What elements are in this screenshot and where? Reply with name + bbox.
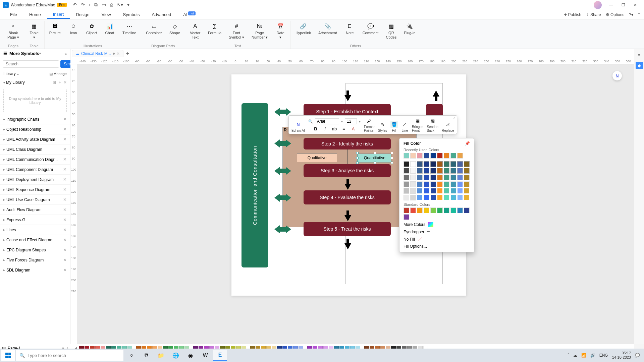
redo-icon[interactable]: ↷ [81,2,85,8]
publish-button[interactable]: ✈ Publish [564,12,581,17]
menu-insert[interactable]: Insert [47,10,70,19]
library-item-close-icon[interactable]: ✕ [63,127,67,132]
tray-volume-icon[interactable]: 🔊 [590,353,595,358]
library-item-close-icon[interactable]: ✕ [63,247,67,252]
edge-icon[interactable]: 🌐 [169,350,182,361]
color-swatch[interactable] [424,161,429,167]
canvas[interactable]: N Communication and Consultation R Step … [77,64,634,344]
library-item[interactable]: ▸UML Deployment Diagram✕ [0,175,70,185]
replace-button[interactable]: ⇄ [444,121,451,128]
color-swatch[interactable] [430,181,436,187]
color-swatch[interactable] [450,181,456,187]
right-format-icon[interactable]: ◆ [636,62,643,69]
color-swatch[interactable] [404,181,409,187]
color-swatch[interactable] [464,195,470,200]
color-swatch[interactable] [417,188,423,194]
library-item-close-icon[interactable]: ✕ [63,177,67,182]
color-swatch[interactable] [404,161,409,167]
undo-icon[interactable]: ↶ [73,2,77,8]
library-item-close-icon[interactable]: ✕ [63,167,67,172]
font-family-select[interactable] [315,118,339,124]
mylib-close-icon[interactable]: ✕ [63,80,67,85]
restore-button[interactable]: ❐ [617,1,629,9]
color-swatch[interactable] [417,161,423,167]
color-swatch[interactable] [457,153,463,159]
ribbon-plugin[interactable]: 🔌Plug-in [401,21,418,43]
color-swatch[interactable] [444,181,449,187]
ribbon-container[interactable]: ▭Container [143,21,165,43]
library-manage[interactable]: ▤ Manage [49,72,67,76]
color-swatch[interactable] [410,181,416,187]
step-3[interactable]: Step 3 - Analyse the risks [304,164,391,177]
new-tab-button[interactable]: + [126,51,129,57]
eyedropper[interactable]: Eyedropper✒ [404,229,470,235]
ribbon-comment[interactable]: 💬Comment [360,21,381,43]
color-swatch[interactable] [450,175,456,180]
taskview-icon[interactable]: ⧉ [140,350,153,361]
color-swatch[interactable] [457,188,463,194]
color-swatch[interactable] [410,153,416,159]
color-swatch[interactable] [404,207,409,213]
menu-advanced[interactable]: Advanced [146,11,177,18]
color-swatch[interactable] [404,214,409,220]
panel-collapse-icon[interactable]: « [64,51,67,56]
tray-notifications-icon[interactable]: 💬 [635,353,640,358]
ribbon-shape[interactable]: ◇Shape [167,21,183,43]
library-item-close-icon[interactable]: ✕ [63,147,67,152]
menu-ai[interactable]: AIhot [177,11,202,18]
color-swatch[interactable] [417,175,423,180]
send-back-button[interactable]: ▧ [429,117,436,124]
ribbon-attach[interactable]: 📎Attachment [316,21,340,43]
export-icon[interactable]: ⇱▾ [117,2,123,8]
document-tab[interactable]: ☁ Clinical Risk M... ✕ [72,50,123,57]
pin-icon[interactable]: 📌 [465,141,470,146]
library-item[interactable]: ▸Infographic Charts✕ [0,114,70,124]
color-swatch[interactable] [457,195,463,200]
color-swatch[interactable] [450,161,456,167]
library-item[interactable]: ▸Audit Flow Diagram✕ [0,205,70,215]
taskbar-search[interactable]: 🔍 Type here to search [16,350,123,361]
save-icon[interactable]: ▭ [102,2,106,8]
minimize-button[interactable]: — [605,1,617,9]
library-item-close-icon[interactable]: ✕ [63,197,67,202]
color-swatch[interactable] [437,181,443,187]
start-button[interactable] [1,350,15,361]
ai-float-badge[interactable]: N [612,71,622,80]
qat-more-icon[interactable]: ▾ [127,2,129,8]
ribbon-collapse-icon[interactable]: ˄ [638,12,640,17]
font-size-select[interactable] [345,118,357,124]
ai-icon[interactable]: N [294,121,302,128]
styles-icon[interactable]: ✎ [379,121,386,128]
ribbon-date[interactable]: 📅Date ▾ [272,21,288,43]
library-item[interactable]: ▸Object Relationship✕ [0,124,70,134]
chrome-icon[interactable]: ◉ [184,350,197,361]
strike-button[interactable]: ab [331,125,338,132]
cortana-icon[interactable]: ○ [125,350,138,361]
color-swatch[interactable] [417,207,423,213]
line-button[interactable]: ／ [401,121,409,128]
menu-symbols[interactable]: Symbols [117,11,146,18]
library-item-close-icon[interactable]: ✕ [63,117,67,122]
color-swatch[interactable] [437,195,443,200]
color-swatch[interactable] [450,207,456,213]
no-fill[interactable]: No Fill [404,237,470,242]
print-icon[interactable]: ⎙ [110,2,113,8]
tag-qualitative[interactable]: Qualitative [297,154,337,162]
library-item-close-icon[interactable]: ✕ [63,227,67,232]
library-item[interactable]: ▸Express-G✕ [0,215,70,225]
menu-view[interactable]: View [96,11,117,18]
tab-close-icon[interactable]: ✕ [116,51,120,56]
color-swatch[interactable] [437,168,443,174]
ribbon-fontsymbol[interactable]: #Font Symbol ▾ [226,21,247,43]
library-item[interactable]: ▸UML Class Diagram✕ [0,144,70,155]
mylib-plus-icon[interactable]: + [59,80,61,85]
color-swatch[interactable] [464,175,470,180]
ribbon-chart[interactable]: 📊Chart [102,21,118,43]
fill-options[interactable]: Fill Options... [404,244,470,249]
color-swatch[interactable] [444,168,449,174]
color-swatch[interactable] [437,161,443,167]
ribbon-formula[interactable]: ∑Formula [205,21,224,43]
ribbon-table[interactable]: ▦Table ▾ [26,21,42,43]
color-swatch[interactable] [430,195,436,200]
library-item[interactable]: ▸SDL Diagram✕ [0,265,70,275]
